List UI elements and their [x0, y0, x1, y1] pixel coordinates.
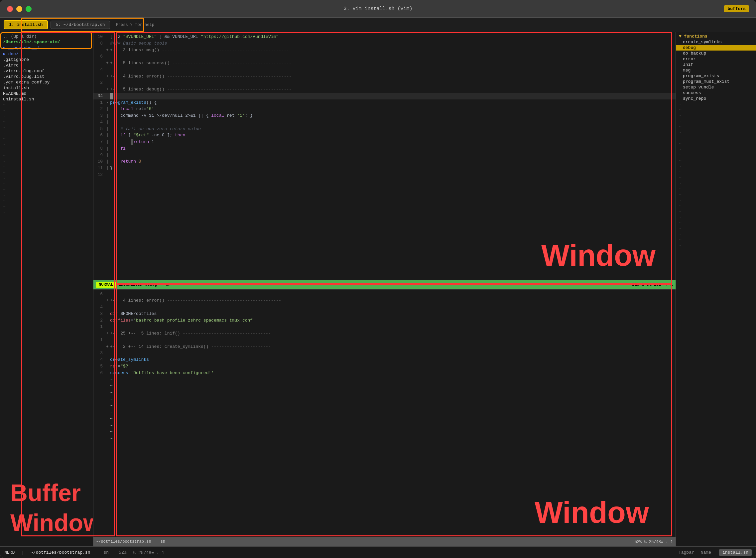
close-button[interactable] — [7, 6, 13, 12]
bot-line-ret: 5 ret="$?" — [94, 363, 676, 370]
nerd-tilde-4: ~ — [0, 119, 93, 125]
traffic-lights — [7, 6, 32, 12]
maximize-button[interactable] — [26, 6, 32, 12]
bottom-position: ‱ 25/48≡ : 1 — [133, 550, 164, 555]
window-title: 3. vim install.sh (vim) — [343, 6, 412, 11]
status-line-bottom: ~/dotfiles/bootstrap.sh sh 52% ‱ 25/48≡ … — [94, 537, 676, 547]
nerd-vimrc-plug-conf[interactable]: .vimrc.plug.conf — [0, 68, 93, 74]
nerd-tilde-13: ~ — [0, 170, 93, 176]
tagbar-tilde-17: ~ — [676, 192, 756, 198]
nerd-tilde-15: ~ — [0, 181, 93, 187]
tagbar-tilde-4: ~ — [676, 118, 756, 124]
tagbar-setup-vundle[interactable]: setup_vundle — [676, 84, 756, 90]
nerd-gitignore[interactable]: .gitignore — [0, 57, 93, 62]
tagbar-tilde-1: ~ — [676, 101, 756, 107]
tagbar-error[interactable]: error — [676, 56, 756, 62]
bottom-path: ~/dotfiles/bootstrap.sh — [31, 550, 90, 555]
nerd-tilde-11: ~ — [0, 159, 93, 164]
tagbar-tilde-23: ~ — [676, 226, 756, 231]
tab-install-sh[interactable]: 1: install.sh — [4, 20, 48, 29]
editor-bottom[interactable]: 6 + +-- 4 lines: error() ---------------… — [94, 290, 676, 547]
code-line-func11: 11 | } — [94, 165, 676, 172]
nerd-ycm[interactable]: .ycm_extra_conf.py — [0, 79, 93, 85]
nerd-tilde-9: ~ — [0, 147, 93, 153]
tagbar-create-symlinks[interactable]: create_symlinks — [676, 39, 756, 45]
nerd-uninstall[interactable]: uninstall.sh — [0, 97, 93, 102]
bot-line-dir: 3 dir=$HOME/dotfiles — [94, 311, 676, 317]
tagbar-tilde-21: ~ — [676, 214, 756, 220]
tab-bootstrap-sh[interactable]: 5: ~/d/bootstrap.sh — [51, 21, 110, 29]
tagbar-msg[interactable]: msg — [676, 68, 756, 73]
nerd-tilde-10: ~ — [0, 153, 93, 159]
tagbar-lnif[interactable]: lnif — [676, 62, 756, 68]
bot-line-3: 3 — [94, 350, 676, 356]
fold-debug: + +-- 5 lines: debug() -----------------… — [94, 86, 676, 93]
bot-tilde-3: ~ — [94, 389, 676, 396]
tagbar-do-backup[interactable]: do_backup — [676, 51, 756, 56]
bot-tilde-2: ~ — [94, 383, 676, 389]
tagbar-tilde-16: ~ — [676, 186, 756, 192]
code-line-func8: 8 | fi — [94, 145, 676, 152]
code-line-func7: 7 | return 1 — [94, 139, 676, 145]
bot-line-create: 4 create_symlinks — [94, 356, 676, 363]
bottom-filetype: sh — [103, 550, 109, 555]
nerd-tilde-8: ~ — [0, 142, 93, 147]
tagbar-tilde-18: ~ — [676, 198, 756, 203]
bot-tilde-1: ~ — [94, 376, 676, 383]
tagbar-tilde-24: ~ — [676, 231, 756, 237]
nerd-readme[interactable]: README.md — [0, 91, 93, 97]
bot-line-dotfiles: 2 dotfiles='bashrc bash_profile zshrc sp… — [94, 317, 676, 324]
buffer-annotation: Buffer — [10, 479, 81, 506]
bot-fold-symlinks: + +-- 2 +-- 14 lines: create_symlinks() … — [94, 344, 676, 350]
tagbar-content: ▼ functions create_symlinks debug do_bac… — [676, 32, 756, 250]
tagbar-tilde-12: ~ — [676, 163, 756, 169]
nerd-tilde-20: ~ — [0, 209, 93, 215]
tagbar-sync-repo[interactable]: sync_repo — [676, 96, 756, 101]
nerd-tilde-19: ~ — [0, 204, 93, 209]
status-filename-bot: ~/dotfiles/bootstrap.sh — [96, 539, 151, 544]
tagbar-tilde-20: ~ — [676, 209, 756, 214]
tagbar-program-must-exist[interactable]: program_must_exist — [676, 79, 756, 84]
nerd-vimrc[interactable]: .vimrc — [0, 62, 93, 68]
code-line-func12: 12 — [94, 172, 676, 178]
tagbar-tilde-9: ~ — [676, 147, 756, 152]
bot-fold-lnif: + +-- 25 +-- 5 lines: lnif() -----------… — [94, 330, 676, 337]
nerd-tilde-3: ~ — [0, 113, 93, 119]
nerd-tree: .. (up a dir) /Users/xlc/.space-vim/ ▶ _… — [0, 32, 93, 217]
nerd-doc[interactable]: ▶ doc/ — [0, 51, 93, 57]
tagbar-tilde-14: ~ — [676, 175, 756, 181]
code-line-2a: 2 — [94, 79, 676, 86]
bot-tilde-4: ~ — [94, 396, 676, 403]
nerd-path: /Users/xlc/.space-vim/ — [0, 39, 93, 45]
bottom-tagbar-label: Tagbar — [679, 550, 694, 555]
nerd-pycache[interactable]: ▶ __pycache__/ — [0, 45, 93, 51]
bot-tilde-8: ~ — [94, 422, 676, 429]
bot-fold-error: + +-- 4 lines: error() -----------------… — [94, 297, 676, 304]
main-content: .. (up a dir) /Users/xlc/.space-vim/ ▶ _… — [0, 32, 756, 547]
status-position-top: 22% ‱ 34/151≡ : 1 — [632, 282, 673, 287]
tagbar-tilde-10: ~ — [676, 152, 756, 158]
tagbar-debug[interactable]: debug — [676, 45, 756, 51]
tagbar-program-exists[interactable]: program_exists — [676, 73, 756, 79]
nerd-tilde-1: ~ — [0, 102, 93, 108]
tagbar-tilde-5: ~ — [676, 124, 756, 130]
tagbar-success[interactable]: success — [676, 90, 756, 96]
tab-hint: Press ? for help — [116, 23, 154, 27]
nerd-tilde-5: ~ — [0, 125, 93, 130]
tagbar-tilde-15: ~ — [676, 181, 756, 186]
editor-top[interactable]: 10 [ -z "$VUNDLE_URI" ] && VUNDLE_URI="h… — [94, 32, 676, 290]
buffers-badge[interactable]: buffers — [724, 5, 749, 12]
minimize-button[interactable] — [16, 6, 22, 12]
bottom-bar: NERD | ~/dotfiles/bootstrap.sh sh 52% ‱ … — [0, 547, 756, 558]
bottom-percent: 52% — [119, 550, 126, 555]
nerd-up-dir[interactable]: .. (up a dir) — [0, 33, 93, 39]
tagbar-panel: ▼ functions create_symlinks debug do_bac… — [676, 32, 756, 547]
code-line-34: 34 — [94, 93, 676, 99]
bottom-name-label: Name — [701, 550, 711, 555]
bot-line-success: 6 success 'Dotfiles have been configured… — [94, 370, 676, 376]
nerd-vimrc-plug-list[interactable]: .vimrc.plug.list — [0, 74, 93, 79]
nerd-install[interactable]: install.sh — [0, 85, 93, 91]
code-line-8: 8 #### Basic setup tools — [94, 40, 676, 47]
tab-bar: 1: install.sh 5: ~/d/bootstrap.sh Press … — [0, 18, 756, 32]
code-line-func2: 2 | local ret='0' — [94, 106, 676, 112]
